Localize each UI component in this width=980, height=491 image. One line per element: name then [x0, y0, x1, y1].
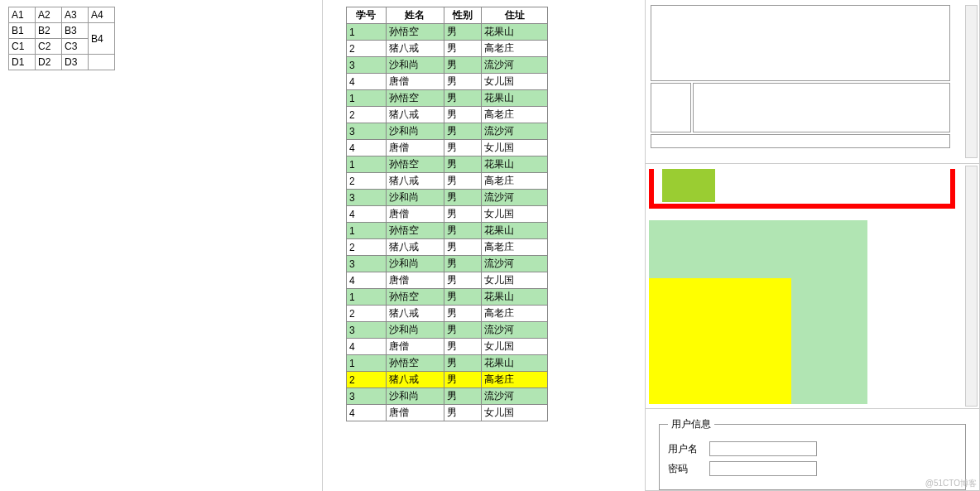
cell: 唐僧 — [386, 339, 444, 355]
cell: C3 — [62, 39, 89, 55]
cell-merged-b4: B4 — [89, 23, 115, 55]
cell: 3 — [347, 190, 387, 206]
cell: 男 — [444, 223, 482, 239]
cell: 高老庄 — [482, 372, 548, 388]
cell: 流沙河 — [482, 190, 548, 206]
cell: 2 — [347, 239, 387, 256]
table-row[interactable]: 3沙和尚男流沙河 — [347, 256, 548, 272]
cell: 男 — [444, 256, 482, 272]
right-panel: 用户信息 用户名 密码 — [646, 0, 980, 491]
cell: 4 — [347, 74, 387, 90]
table-row[interactable]: 2猪八戒男高老庄 — [347, 173, 548, 190]
grid-table: A1 A2 A3 A4 B1 B2 B3 B4 C1 C2 C3 D1 D2 D… — [8, 7, 115, 70]
cell: 2 — [347, 107, 387, 123]
table-row[interactable]: 4唐僧男女儿国 — [347, 140, 548, 156]
table-row[interactable]: 4唐僧男女儿国 — [347, 74, 548, 90]
cell: 猪八戒 — [386, 372, 444, 388]
cell: 猪八戒 — [386, 239, 444, 256]
table-row: B1 B2 B3 B4 — [9, 23, 115, 39]
cell: 流沙河 — [482, 388, 548, 405]
panel-boxes — [646, 0, 979, 164]
olive-box — [662, 169, 715, 202]
th-sex: 性别 — [444, 7, 482, 24]
table-row[interactable]: 3沙和尚男流沙河 — [347, 57, 548, 74]
cell: 猪八戒 — [386, 41, 444, 57]
table-row[interactable]: 1孙悟空男花果山 — [347, 355, 548, 372]
table-row[interactable]: 4唐僧男女儿国 — [347, 206, 548, 223]
cell: 唐僧 — [386, 405, 444, 421]
yellow-box — [649, 278, 791, 404]
cell: 花果山 — [482, 156, 548, 173]
table-row: A1 A2 A3 A4 — [9, 7, 115, 23]
table-row[interactable]: 3沙和尚男流沙河 — [347, 123, 548, 140]
cell: 沙和尚 — [386, 322, 444, 339]
cell: 男 — [444, 239, 482, 256]
cell: 唐僧 — [386, 74, 444, 90]
cell: 4 — [347, 140, 387, 156]
cell: 男 — [444, 123, 482, 140]
cell: 孙悟空 — [386, 355, 444, 372]
cell: 花果山 — [482, 355, 548, 372]
table-row[interactable]: 1孙悟空男花果山 — [347, 289, 548, 306]
cell: 高老庄 — [482, 41, 548, 57]
cell: 花果山 — [482, 289, 548, 306]
username-input[interactable] — [709, 441, 817, 456]
table-row[interactable]: 4唐僧男女儿国 — [347, 405, 548, 421]
table-row[interactable]: 3沙和尚男流沙河 — [347, 388, 548, 405]
table-row[interactable]: 1孙悟空男花果山 — [347, 156, 548, 173]
cell: 猪八戒 — [386, 306, 444, 322]
cell: 高老庄 — [482, 107, 548, 123]
box-top — [651, 5, 950, 81]
table-row[interactable]: 2猪八戒男高老庄 — [347, 41, 548, 57]
left-panel: A1 A2 A3 A4 B1 B2 B3 B4 C1 C2 C3 D1 D2 D… — [0, 0, 323, 491]
cell: 女儿国 — [482, 206, 548, 223]
cell: 男 — [444, 74, 482, 90]
cell: 猪八戒 — [386, 173, 444, 190]
table-row[interactable]: 2猪八戒男高老庄 — [347, 306, 548, 322]
cell: 男 — [444, 322, 482, 339]
cell: 高老庄 — [482, 239, 548, 256]
password-input[interactable] — [709, 461, 817, 476]
cell: 3 — [347, 256, 387, 272]
cell: 男 — [444, 24, 482, 41]
box-wide — [693, 83, 950, 132]
cell: 花果山 — [482, 24, 548, 41]
table-row[interactable]: 3沙和尚男流沙河 — [347, 190, 548, 206]
cell: 高老庄 — [482, 173, 548, 190]
cell: 流沙河 — [482, 123, 548, 140]
box-bottom — [651, 134, 950, 148]
cell: 花果山 — [482, 223, 548, 239]
cell: 4 — [347, 206, 387, 223]
panel-colors — [646, 164, 979, 409]
scrollbar[interactable] — [965, 166, 978, 407]
table-row[interactable]: 2猪八戒男高老庄 — [347, 107, 548, 123]
table-row[interactable]: 1孙悟空男花果山 — [347, 223, 548, 239]
th-name: 姓名 — [386, 7, 444, 24]
cell: 4 — [347, 339, 387, 355]
table-row[interactable]: 3沙和尚男流沙河 — [347, 322, 548, 339]
table-row[interactable]: 4唐僧男女儿国 — [347, 272, 548, 289]
cell: 男 — [444, 372, 482, 388]
cell: A3 — [62, 7, 89, 23]
cell: B3 — [62, 23, 89, 39]
table-row[interactable]: 2猪八戒男高老庄 — [347, 239, 548, 256]
cell: 女儿国 — [482, 405, 548, 421]
table-row[interactable]: 4唐僧男女儿国 — [347, 339, 548, 355]
th-id: 学号 — [347, 7, 387, 24]
cell: 花果山 — [482, 90, 548, 107]
cell: 男 — [444, 140, 482, 156]
cell: 1 — [347, 156, 387, 173]
cell: 孙悟空 — [386, 156, 444, 173]
table-row[interactable]: 1孙悟空男花果山 — [347, 24, 548, 41]
cell: 女儿国 — [482, 140, 548, 156]
table-row[interactable]: 2猪八戒男高老庄 — [347, 372, 548, 388]
scrollbar[interactable] — [965, 5, 978, 158]
table-row[interactable]: 1孙悟空男花果山 — [347, 90, 548, 107]
cell: 男 — [444, 90, 482, 107]
fieldset-legend: 用户信息 — [668, 417, 714, 431]
cell: 沙和尚 — [386, 57, 444, 74]
cell: 2 — [347, 173, 387, 190]
cell: A4 — [89, 7, 115, 23]
cell: 2 — [347, 372, 387, 388]
cell: 男 — [444, 272, 482, 289]
